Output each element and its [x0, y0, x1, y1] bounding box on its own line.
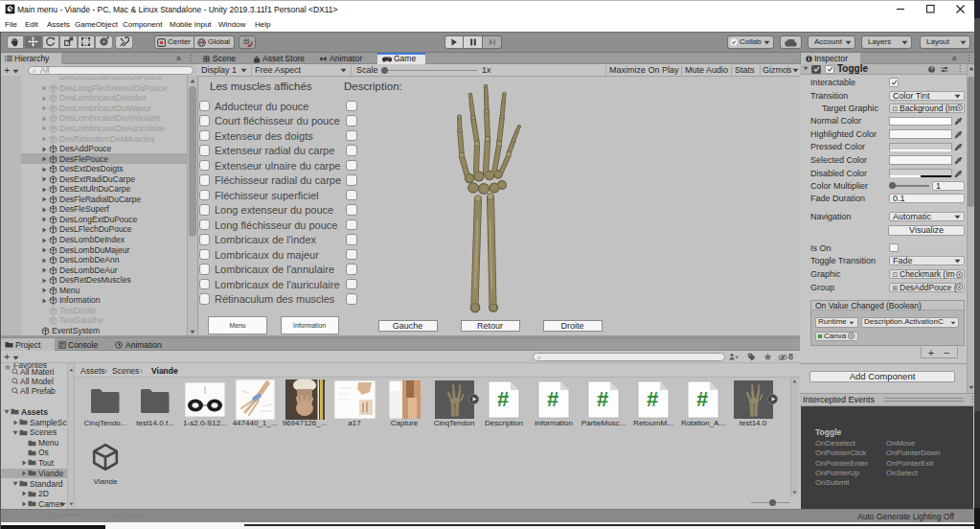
- svg-text:#: #: [547, 387, 558, 411]
- svg-text:#: #: [497, 387, 509, 411]
- svg-text:#: #: [696, 387, 708, 411]
- svg-text:?: ?: [930, 66, 933, 72]
- svg-text:#: #: [647, 387, 658, 411]
- svg-text:#: #: [597, 387, 608, 411]
